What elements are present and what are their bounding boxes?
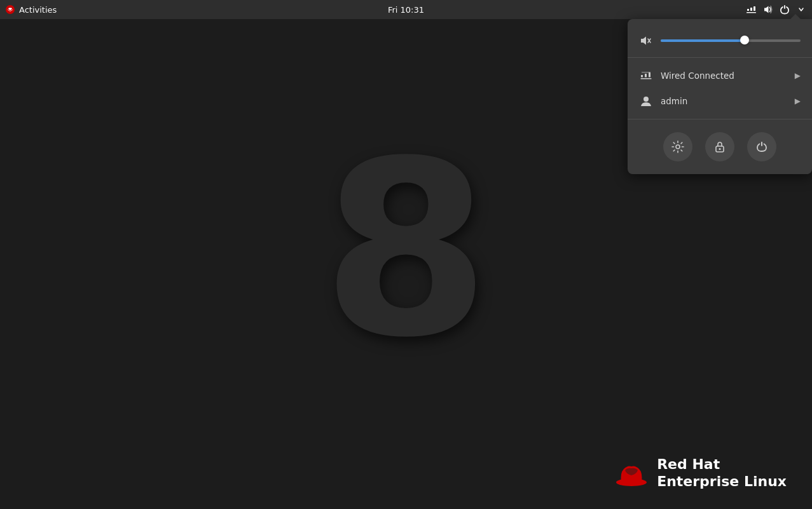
svg-rect-10: [649, 72, 650, 78]
network-menu-item[interactable]: Wired Connected ▶: [628, 63, 812, 88]
divider-1: [628, 57, 812, 58]
divider-2: [628, 119, 812, 119]
menu-actions: [628, 125, 812, 164]
topbar-clock: Fri 10:31: [388, 5, 424, 15]
svg-rect-4: [747, 12, 756, 13]
svg-rect-1: [747, 9, 749, 11]
user-label: admin: [661, 96, 787, 106]
volume-icon[interactable]: [761, 3, 775, 17]
topbar: Activities Fri 10:31: [0, 0, 812, 19]
topbar-right: [745, 3, 812, 17]
svg-point-13: [643, 97, 649, 102]
volume-thumb[interactable]: [740, 36, 749, 44]
svg-point-14: [676, 145, 680, 149]
topbar-left: Activities: [0, 4, 57, 15]
svg-rect-8: [641, 75, 643, 78]
volume-fill: [661, 39, 745, 42]
svg-rect-2: [750, 8, 752, 11]
user-menu-item[interactable]: admin ▶: [628, 88, 812, 114]
svg-point-16: [719, 148, 721, 150]
wired-network-icon: [639, 69, 653, 83]
activities-button[interactable]: Activities: [19, 5, 57, 15]
network-icon[interactable]: [745, 3, 759, 17]
svg-rect-11: [641, 78, 652, 79]
svg-rect-12: [642, 72, 650, 73]
redhat-text: Red Hat Enterprise Linux: [657, 456, 787, 490]
svg-rect-3: [754, 6, 755, 11]
user-icon: [639, 94, 653, 108]
volume-mute-icon: [639, 34, 653, 47]
redhat-logo-icon: [5, 4, 15, 15]
network-label: Wired Connected: [661, 71, 787, 81]
settings-button[interactable]: [663, 132, 692, 161]
volume-track: [661, 39, 801, 42]
power-menu-icon[interactable]: [778, 3, 792, 17]
redhat-enterprise-logo: Red Hat Enterprise Linux: [615, 456, 787, 490]
system-menu-panel: Wired Connected ▶ admin ▶: [628, 19, 812, 174]
lock-button[interactable]: [705, 132, 734, 161]
network-arrow-icon: ▶: [795, 71, 801, 80]
user-arrow-icon: ▶: [795, 97, 801, 105]
volume-slider[interactable]: [661, 39, 801, 43]
power-button[interactable]: [747, 132, 776, 161]
svg-rect-9: [645, 74, 647, 78]
volume-row: [628, 29, 812, 52]
desktop-watermark: 8: [322, 129, 490, 370]
desktop: Activities Fri 10:31: [0, 0, 812, 509]
